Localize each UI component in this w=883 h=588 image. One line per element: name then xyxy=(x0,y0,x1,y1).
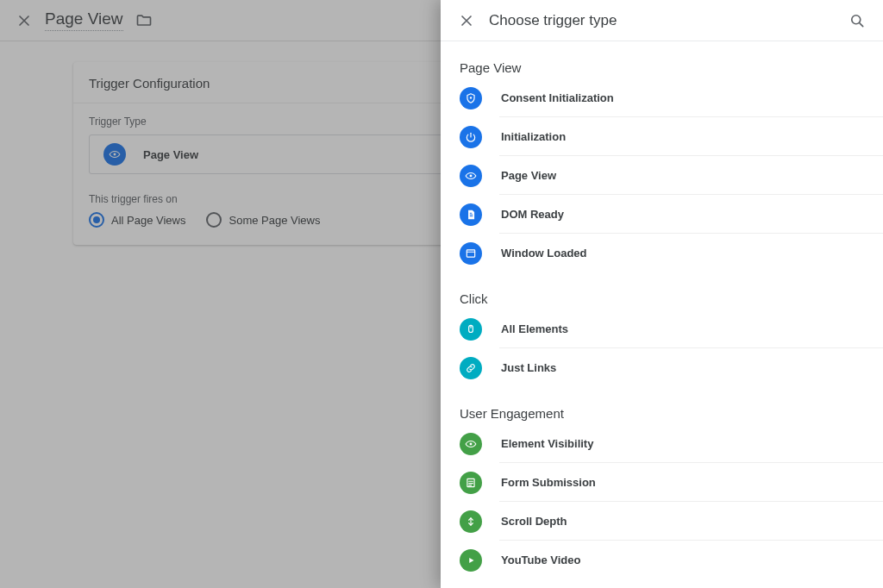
trigger-option-consent-initialization[interactable]: Consent Initialization xyxy=(441,78,883,117)
doc-icon xyxy=(460,203,482,226)
svg-point-1 xyxy=(852,15,861,23)
svg-point-2 xyxy=(470,97,472,98)
trigger-option-element-visibility[interactable]: Element Visibility xyxy=(441,424,883,463)
trigger-type-panel: Choose trigger type Page ViewConsent Ini… xyxy=(441,0,883,588)
trigger-option-all-elements[interactable]: All Elements xyxy=(441,310,883,348)
trigger-option-window-loaded[interactable]: Window Loaded xyxy=(441,234,883,272)
close-icon xyxy=(458,12,475,29)
form-icon xyxy=(460,472,482,494)
window-icon xyxy=(460,242,482,265)
section-title: User Engagement xyxy=(441,387,883,424)
scroll-icon xyxy=(460,510,482,533)
trigger-option-label: Initialization xyxy=(501,130,566,143)
trigger-option-label: YouTube Video xyxy=(501,554,580,566)
trigger-option-scroll-depth[interactable]: Scroll Depth xyxy=(441,502,883,541)
search-icon xyxy=(849,12,866,29)
trigger-option-initialization[interactable]: Initialization xyxy=(441,117,883,156)
trigger-option-label: Element Visibility xyxy=(501,437,593,450)
svg-point-6 xyxy=(470,442,473,445)
panel-title: Choose trigger type xyxy=(489,12,842,29)
trigger-option-youtube-video[interactable]: YouTube Video xyxy=(441,541,883,579)
close-panel-button[interactable] xyxy=(451,5,482,36)
eye-icon xyxy=(460,165,482,187)
trigger-option-page-view[interactable]: Page View xyxy=(441,156,883,195)
trigger-option-label: Just Links xyxy=(501,361,556,374)
trigger-option-label: All Elements xyxy=(501,322,568,335)
svg-rect-4 xyxy=(467,249,474,256)
panel-header: Choose trigger type xyxy=(441,0,883,41)
power-icon xyxy=(460,126,482,148)
svg-point-3 xyxy=(470,174,473,177)
trigger-option-dom-ready[interactable]: DOM Ready xyxy=(441,195,883,234)
trigger-option-label: Scroll Depth xyxy=(501,515,567,528)
eye-icon xyxy=(460,433,482,455)
trigger-option-label: Form Submission xyxy=(501,476,596,489)
trigger-option-label: DOM Ready xyxy=(501,208,564,221)
shield-icon xyxy=(460,87,482,109)
trigger-option-label: Page View xyxy=(501,169,556,182)
trigger-option-form-submission[interactable]: Form Submission xyxy=(441,463,883,502)
link-icon xyxy=(460,357,482,379)
section-title: Page View xyxy=(441,41,883,78)
panel-body[interactable]: Page ViewConsent InitializationInitializ… xyxy=(441,41,883,588)
trigger-option-just-links[interactable]: Just Links xyxy=(441,348,883,387)
section-title: Click xyxy=(441,272,883,310)
search-button[interactable] xyxy=(842,5,873,36)
trigger-option-label: Consent Initialization xyxy=(501,91,614,104)
trigger-option-label: Window Loaded xyxy=(501,247,587,260)
mouse-icon xyxy=(460,318,482,341)
play-icon xyxy=(460,549,482,572)
